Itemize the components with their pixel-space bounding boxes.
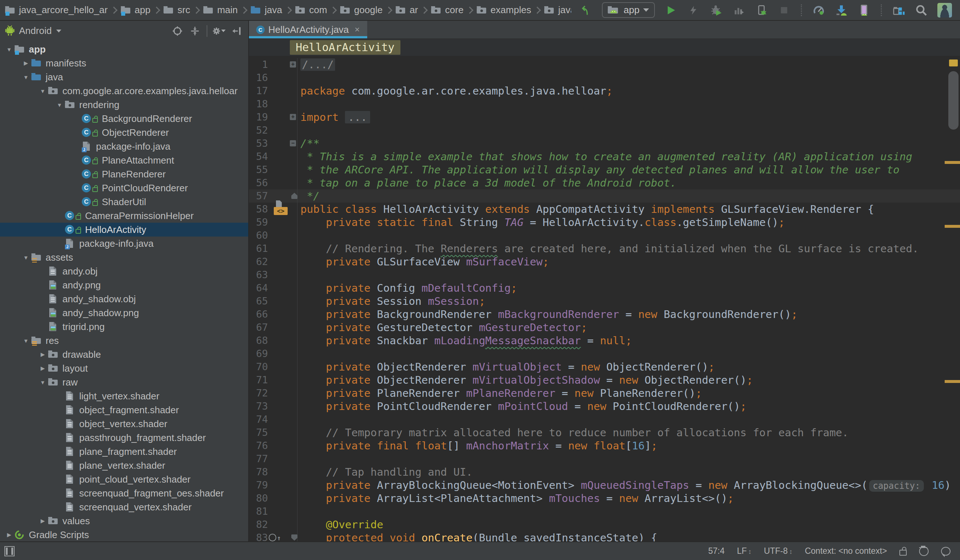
tree-item-helloaractivity[interactable]: CHelloArActivity [0, 223, 248, 237]
tree-item-manifests[interactable]: ▶manifests [0, 56, 248, 70]
code-line-62[interactable]: 62 private GLSurfaceView mSurfaceView; [249, 255, 960, 268]
code-line-18[interactable]: 18 [249, 98, 960, 110]
breadcrumb-item-main[interactable]: main [203, 4, 238, 16]
code-line-16[interactable]: 16 [249, 71, 960, 84]
breadcrumb-item-app[interactable]: app [121, 4, 150, 16]
context-widget[interactable]: Context: <no context> [805, 546, 887, 556]
code-line-17[interactable]: 17package com.google.ar.core.examples.ja… [249, 84, 960, 98]
code-line-61[interactable]: 61 // Rendering. The Renderers are creat… [249, 242, 960, 255]
apply-changes-icon[interactable] [687, 4, 700, 17]
line-separator-widget[interactable]: LF↕ [737, 546, 752, 556]
debug-button[interactable] [710, 4, 723, 17]
chevron-collapsed-icon[interactable]: ▶ [37, 518, 48, 524]
tree-item-drawable[interactable]: ▶drawable [0, 347, 248, 362]
chevron-expanded-icon[interactable]: ▼ [37, 379, 48, 386]
stop-button[interactable] [778, 4, 790, 17]
tree-item-backgroundrenderer[interactable]: CBackgroundRenderer [0, 112, 248, 126]
tab-helloaractivity-java[interactable]: C HelloArActivity.java × [249, 21, 367, 38]
toolwindow-toggle-icon[interactable] [4, 546, 14, 556]
breadcrumb-class-chip[interactable]: HelloArActivity [290, 40, 400, 55]
back-arrow-icon[interactable] [579, 4, 592, 17]
chevron-expanded-icon[interactable]: ▼ [37, 88, 48, 94]
tree-item-passthrough-fragment-shader[interactable]: passthrough_fragment.shader [0, 431, 248, 445]
run-configuration-selector[interactable]: app [602, 2, 655, 18]
close-icon[interactable]: × [355, 24, 360, 35]
tree-item-screenquad-vertex-shader[interactable]: screenquad_vertex.shader [0, 500, 248, 514]
chevron-collapsed-icon[interactable]: ▶ [4, 531, 14, 538]
tree-item-objectrenderer[interactable]: CObjectRenderer [0, 126, 248, 139]
code-line-69[interactable]: 69 [249, 347, 960, 360]
profile-button[interactable] [732, 4, 746, 17]
tree-item-plane-vertex-shader[interactable]: plane_vertex.shader [0, 459, 248, 472]
event-log-bubble-icon[interactable] [941, 547, 950, 556]
tree-item-andy-shadow-png[interactable]: andy_shadow.png [0, 306, 248, 320]
breadcrumb-item-src[interactable]: src [163, 4, 190, 16]
tree-item-object-fragment-shader[interactable]: object_fragment.shader [0, 403, 248, 417]
chevron-expanded-icon[interactable]: ▼ [21, 74, 31, 80]
chevron-expanded-icon[interactable]: ▼ [21, 254, 31, 261]
code-line-60[interactable]: 60 [249, 229, 960, 242]
collapse-all-icon[interactable] [188, 24, 202, 38]
code-line-71[interactable]: 71 private ObjectRenderer mVirtualObject… [249, 373, 960, 387]
tree-item-com-google-ar-core-examples-java-helloar[interactable]: ▼com.google.ar.core.examples.java.helloa… [0, 84, 248, 98]
tree-item-values[interactable]: ▶values [0, 514, 248, 528]
chevron-expanded-icon[interactable]: ▼ [54, 102, 65, 108]
code-line-66[interactable]: 66 private BackgroundRenderer mBackgroun… [249, 308, 960, 321]
fold-region-end-icon[interactable] [291, 534, 298, 541]
fold-region-end-icon[interactable] [291, 193, 298, 199]
highlighting-level-icon[interactable] [919, 547, 929, 556]
code-line-57[interactable]: 57 */ [249, 189, 960, 203]
code-line-79[interactable]: 79 private ArrayBlockingQueue<MotionEven… [249, 478, 960, 492]
breadcrumb-item-com[interactable]: com [295, 4, 327, 16]
chevron-collapsed-icon[interactable]: ▶ [37, 365, 48, 372]
code-line-52[interactable]: 52 [249, 124, 960, 137]
readonly-lock-icon[interactable] [899, 550, 907, 556]
chevron-collapsed-icon[interactable]: ▶ [21, 60, 31, 66]
related-file-icon[interactable] [276, 200, 282, 208]
code-line-53[interactable]: 53−/** [249, 137, 960, 150]
tree-item-andy-obj[interactable]: andy.obj [0, 264, 248, 278]
tree-item-planeattachment[interactable]: CPlaneAttachment [0, 153, 248, 167]
project-structure-icon[interactable] [892, 4, 905, 17]
android-profiler-icon[interactable] [812, 4, 825, 17]
file-encoding-widget[interactable]: UTF-8↕ [764, 546, 792, 556]
code-line-1[interactable]: 1+/.../ [249, 58, 960, 71]
code-line-58[interactable]: 58<>public class HelloArActivity extends… [249, 203, 960, 216]
code-editor[interactable]: 1+/.../1617package com.google.ar.core.ex… [249, 56, 960, 541]
tree-item-java[interactable]: ▼java [0, 70, 248, 84]
tree-item-planerenderer[interactable]: CPlaneRenderer [0, 167, 248, 181]
warning-stripe-mark[interactable] [945, 225, 960, 228]
sdk-manager-icon[interactable] [835, 4, 848, 17]
tree-item-package-info-java[interactable]: Jpackage-info.java [0, 237, 248, 250]
warning-stripe-mark[interactable] [945, 161, 960, 164]
tree-item-screenquad-fragment-oes-shader[interactable]: screenquad_fragment_oes.shader [0, 486, 248, 500]
tree-item-layout[interactable]: ▶layout [0, 362, 248, 375]
code-line-80[interactable]: 80 private ArrayList<PlaneAttachment> mT… [249, 492, 960, 505]
code-line-68[interactable]: 68 private Snackbar mLoadingMessageSnack… [249, 334, 960, 347]
project-view-selector[interactable]: Android [19, 25, 52, 37]
error-stripe[interactable] [945, 56, 960, 541]
tree-item-andy-shadow-obj[interactable]: andy_shadow.obj [0, 292, 248, 306]
breadcrumb-item-core[interactable]: core [431, 4, 464, 16]
breadcrumb-item-google[interactable]: google [340, 4, 382, 16]
overriding-method-icon[interactable]: ↑ [269, 534, 285, 541]
code-line-54[interactable]: 54 * This is a simple example that shows… [249, 150, 960, 163]
attach-debugger-icon[interactable] [755, 4, 768, 17]
search-everywhere-icon[interactable] [915, 4, 928, 17]
inspection-status-indicator[interactable] [949, 59, 958, 66]
code-line-81[interactable]: 81 [249, 505, 960, 518]
breadcrumb-item-java-arcore-hello-ar[interactable]: java_arcore_hello_ar [5, 4, 108, 16]
tree-item-package-info-java[interactable]: Jpackage-info.java [0, 139, 248, 153]
code-line-70[interactable]: 70 private ObjectRenderer mVirtualObject… [249, 360, 960, 373]
locate-file-icon[interactable] [171, 24, 184, 38]
tree-item-object-vertex-shader[interactable]: object_vertex.shader [0, 417, 248, 431]
tree-item-shaderutil[interactable]: CShaderUtil [0, 195, 248, 209]
breadcrumb-item-java[interactable]: java [251, 4, 282, 16]
code-line-64[interactable]: 64 private Config mDefaultConfig; [249, 282, 960, 294]
breadcrumb-item-ar[interactable]: ar [396, 4, 418, 16]
tree-item-camerapermissionhelper[interactable]: CCameraPermissionHelper [0, 209, 248, 223]
settings-gear-icon[interactable] [213, 24, 226, 38]
tree-item-raw[interactable]: ▼raw [0, 375, 248, 389]
code-line-73[interactable]: 73 private PointCloudRenderer mPointClou… [249, 400, 960, 413]
chevron-expanded-icon[interactable]: ▼ [21, 338, 31, 344]
